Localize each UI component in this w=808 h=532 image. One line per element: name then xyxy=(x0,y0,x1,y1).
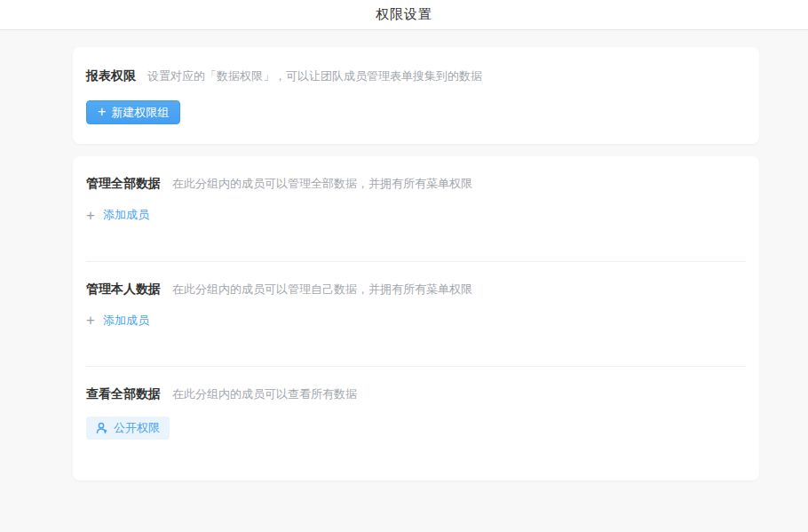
group-section-manage-all-data: 管理全部数据 在此分组内的成员可以管理全部数据，并拥有所有菜单权限 + 添加成员 xyxy=(86,156,746,262)
group-section-view-all-data: 查看全部数据 在此分组内的成员可以查看所有数据 公开权限 xyxy=(86,367,746,480)
add-member-button[interactable]: + 添加成员 xyxy=(86,313,149,329)
report-permission-title-row: 报表权限 设置对应的「数据权限」，可以让团队成员管理表单搜集到的数据 xyxy=(86,68,746,84)
plus-icon: + xyxy=(86,313,95,328)
report-permission-title: 报表权限 xyxy=(86,68,136,84)
top-header: 权限设置 xyxy=(0,0,808,30)
group-description: 在此分组内的成员可以管理全部数据，并拥有所有菜单权限 xyxy=(172,176,472,192)
group-title-row: 管理全部数据 在此分组内的成员可以管理全部数据，并拥有所有菜单权限 xyxy=(86,176,746,192)
group-section-manage-own-data: 管理本人数据 在此分组内的成员可以管理自己数据，并拥有所有菜单权限 + 添加成员 xyxy=(86,262,746,368)
group-title: 管理全部数据 xyxy=(86,176,161,192)
report-permission-description: 设置对应的「数据权限」，可以让团队成员管理表单搜集到的数据 xyxy=(147,68,482,84)
group-title: 查看全部数据 xyxy=(86,386,161,402)
group-title-row: 管理本人数据 在此分组内的成员可以管理自己数据，并拥有所有菜单权限 xyxy=(86,282,746,298)
permission-groups-card: 管理全部数据 在此分组内的成员可以管理全部数据，并拥有所有菜单权限 + 添加成员… xyxy=(73,156,759,480)
report-permission-card: 报表权限 设置对应的「数据权限」，可以让团队成员管理表单搜集到的数据 + 新建权… xyxy=(73,47,759,144)
add-member-label: 添加成员 xyxy=(103,207,149,223)
add-member-label: 添加成员 xyxy=(103,313,149,329)
plus-icon: + xyxy=(86,208,95,223)
content-area: 报表权限 设置对应的「数据权限」，可以让团队成员管理表单搜集到的数据 + 新建权… xyxy=(73,47,759,480)
public-permission-label: 公开权限 xyxy=(114,420,160,436)
group-title: 管理本人数据 xyxy=(86,282,161,298)
group-description: 在此分组内的成员可以管理自己数据，并拥有所有菜单权限 xyxy=(172,282,472,298)
new-permission-group-button[interactable]: + 新建权限组 xyxy=(86,100,180,124)
group-description: 在此分组内的成员可以查看所有数据 xyxy=(172,386,357,402)
page-title: 权限设置 xyxy=(376,6,432,23)
public-permission-badge[interactable]: 公开权限 xyxy=(86,417,170,440)
plus-icon: + xyxy=(98,105,106,119)
new-permission-group-button-label: 新建权限组 xyxy=(111,105,169,121)
group-title-row: 查看全部数据 在此分组内的成员可以查看所有数据 xyxy=(86,386,746,402)
add-member-button[interactable]: + 添加成员 xyxy=(86,207,149,223)
user-icon xyxy=(96,422,108,434)
